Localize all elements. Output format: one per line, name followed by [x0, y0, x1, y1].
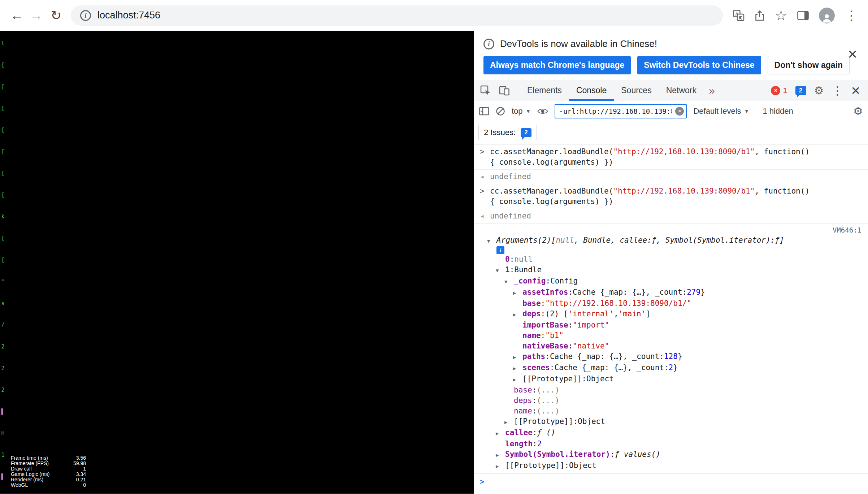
devtools-tabs: ElementsConsoleSourcesNetwork [520, 80, 704, 101]
expand-arrow-icon[interactable]: ▶ [513, 309, 522, 320]
site-info-icon[interactable]: i [80, 10, 91, 21]
tree-row: nativeBase: "native" [474, 341, 868, 351]
tree-row[interactable]: ▼Arguments(2) [null, Bundle, callee: ƒ, … [474, 235, 868, 246]
log-levels-selector[interactable]: Default levels▼ [693, 107, 749, 116]
notification-button-2[interactable]: Don't show again [768, 56, 850, 74]
source-link[interactable]: VM646:1 [833, 226, 862, 234]
info-icon: i [496, 246, 504, 254]
tree-row[interactable]: ▶callee: ƒ () [474, 428, 868, 439]
settings-gear-icon[interactable]: ⚙ [814, 85, 824, 96]
perf-stats: Frame time (ms)3.56Framerate (FPS)59.98D… [11, 455, 86, 488]
tree-row[interactable]: ▶paths: Cache {_map: {…}, _count: 128} [474, 351, 868, 363]
issues-count-badge[interactable]: 2 [795, 86, 806, 95]
reload-button[interactable]: ↻ [46, 6, 66, 25]
console-command: >cc.assetManager.loadBundle("http://192.… [474, 184, 868, 209]
issues-bar[interactable]: 2 Issues: 2 [478, 125, 537, 140]
collapse-arrow-icon[interactable]: ▼ [504, 276, 514, 287]
error-count-badge[interactable]: × 1 [771, 86, 787, 95]
terminal-char: 1 [0, 444, 6, 466]
game-canvas[interactable]: Frame time (ms)3.56Framerate (FPS)59.98D… [6, 31, 474, 494]
devtools-menu-icon[interactable]: ⋮ [832, 85, 843, 96]
close-notification-icon[interactable]: × [848, 46, 857, 62]
collapse-arrow-icon[interactable]: ▼ [496, 265, 505, 276]
notification-button-1[interactable]: Switch DevTools to Chinese [637, 56, 761, 74]
terminal-char: H [0, 422, 6, 444]
tab-sources[interactable]: Sources [614, 80, 659, 101]
sidebar-toggle-icon[interactable] [797, 10, 809, 21]
console-command: >cc.assetManager.loadBundle("http://192,… [474, 144, 868, 170]
terminal-char: [ [0, 76, 6, 98]
terminal-char: [ [0, 162, 6, 184]
browser-toolbar: ← → ↻ i localhost:7456 A ☆ ⋮ [0, 0, 868, 31]
bookmark-star-icon[interactable]: ☆ [775, 9, 787, 22]
expand-arrow-icon[interactable]: ▶ [513, 351, 522, 363]
devtools-panel: i DevTools is now available in Chinese! … [474, 31, 868, 494]
address-bar[interactable]: i localhost:7456 [71, 5, 723, 26]
device-toolbar-icon[interactable] [495, 80, 514, 101]
more-tabs-icon[interactable]: » [704, 84, 720, 97]
terminal-char: 2 [0, 379, 6, 401]
inspect-icon[interactable] [476, 80, 495, 101]
terminal-char: s [0, 292, 6, 314]
browser-menu-icon[interactable]: ⋮ [845, 9, 858, 22]
divider [517, 85, 517, 96]
terminal-char: / [0, 314, 6, 336]
terminal-char: [ [0, 184, 6, 206]
tree-row[interactable]: ▶deps: (2) ['internal', 'main'] [474, 309, 868, 320]
notification-text: DevTools is now available in Chinese! [500, 38, 657, 49]
collapse-arrow-icon[interactable]: ▼ [487, 235, 496, 246]
tree-row[interactable]: ▶scenes: Cache {_map: {…}, _count: 2} [474, 363, 868, 374]
notification-button-0[interactable]: Always match Chrome's language [483, 56, 631, 74]
notification-buttons: Always match Chrome's languageSwitch Dev… [483, 56, 859, 74]
stat-row: Framerate (FPS)59.98 [11, 461, 86, 466]
expand-arrow-icon[interactable]: ▶ [496, 460, 505, 472]
live-expression-eye-icon[interactable] [537, 107, 548, 115]
main-area: l[[[[[[[k[[^s/222▌H1▌ Frame time (ms)3.5… [0, 31, 868, 494]
terminal-char: [ [0, 249, 6, 271]
expand-arrow-icon[interactable]: ▶ [513, 363, 522, 374]
clear-console-icon[interactable] [496, 107, 505, 116]
console-settings-gear-icon[interactable]: ⚙ [853, 106, 863, 117]
terminal-char: [ [0, 54, 6, 76]
expand-arrow-icon[interactable]: ▶ [496, 428, 505, 439]
tree-row[interactable]: ▶[[Prototype]]: Object [474, 416, 868, 428]
tree-row[interactable]: ▼1: Bundle [474, 265, 868, 276]
console-messages: >cc.assetManager.loadBundle("http://192,… [474, 144, 868, 474]
tab-elements[interactable]: Elements [520, 80, 569, 101]
back-button[interactable]: ← [7, 6, 27, 25]
translate-icon[interactable]: A [733, 10, 745, 21]
tree-row: importBase: "import" [474, 320, 868, 330]
result-arrow-icon: ◂ [474, 211, 490, 221]
expand-arrow-icon[interactable]: ▶ [513, 287, 522, 298]
terminal-char: l [0, 32, 6, 54]
tab-network[interactable]: Network [659, 80, 704, 101]
tabbar-right: × 1 2 ⚙ ⋮ × [771, 83, 866, 98]
terminal-char: ^ [0, 271, 6, 292]
expand-arrow-icon[interactable]: ▶ [513, 374, 522, 385]
context-selector[interactable]: top▼ [512, 107, 531, 116]
share-icon[interactable] [755, 10, 765, 21]
console-prompt[interactable]: > [474, 474, 868, 490]
tree-row[interactable]: ▶assetInfos: Cache {_map: {…}, _count: 2… [474, 287, 868, 298]
tree-row[interactable]: ▶[[Prototype]]: Object [474, 374, 868, 385]
prompt-chevron-icon: > [474, 477, 490, 487]
stat-row: Game Logic (ms)3.34 [11, 472, 86, 477]
forward-button[interactable]: → [27, 6, 46, 25]
close-devtools-icon[interactable]: × [851, 83, 860, 98]
expand-arrow-icon[interactable]: ▶ [496, 449, 505, 460]
clear-filter-icon[interactable]: × [675, 107, 684, 116]
tree-row[interactable]: ▶[[Prototype]]: Object [474, 460, 868, 472]
tree-row[interactable]: ▼_config: Config [474, 276, 868, 287]
tree-row[interactable]: ▶Symbol(Symbol.iterator): ƒ values() [474, 449, 868, 460]
chevron-down-icon: ▼ [744, 108, 750, 114]
tree-row: name: "b1" [474, 330, 868, 341]
tree-row: length: 2 [474, 439, 868, 449]
profile-avatar[interactable] [819, 8, 835, 23]
tab-console[interactable]: Console [569, 80, 614, 101]
chevron-down-icon: ▼ [526, 108, 531, 114]
filter-input[interactable] [555, 104, 687, 118]
expand-arrow-icon[interactable]: ▶ [504, 416, 514, 428]
console-sidebar-icon[interactable] [479, 107, 489, 116]
error-icon: × [771, 86, 780, 95]
terminal-char: [ [0, 141, 6, 162]
